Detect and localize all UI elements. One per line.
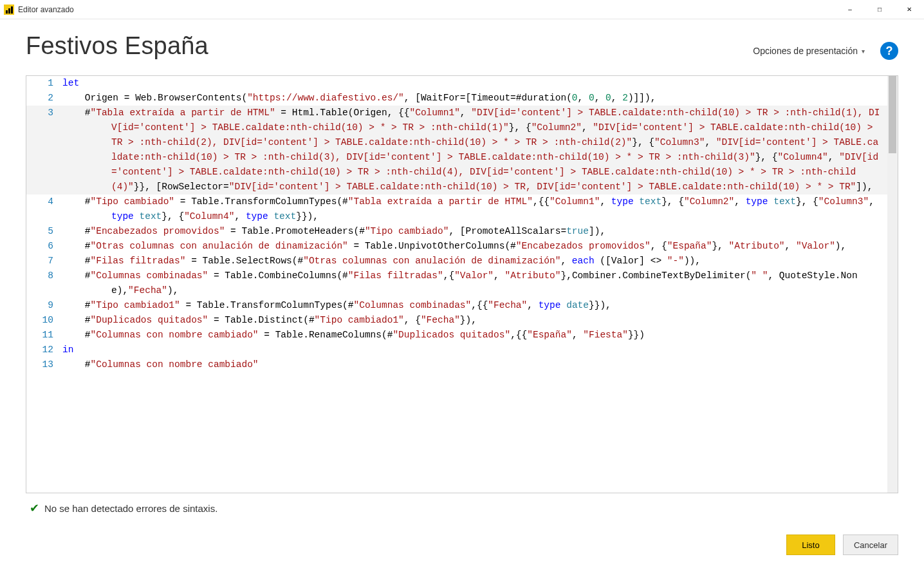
code-text: ,{{: [533, 196, 550, 207]
code-text: = Html.Table(Origen, {{: [275, 108, 410, 118]
line-number: 5: [26, 224, 62, 239]
code-text: )]]),: [628, 93, 656, 103]
code-line[interactable]: 11 #"Columnas con nombre cambiado" = Tab…: [26, 328, 898, 343]
done-button[interactable]: Listo: [786, 535, 835, 555]
code-text: }),: [460, 315, 477, 325]
code-line[interactable]: 1 let: [26, 76, 898, 91]
string: "Tipo cambiado": [91, 196, 175, 207]
help-icon[interactable]: ?: [880, 42, 898, 60]
code-line[interactable]: 5 #"Encabezados promovidos" = Table.Prom…: [26, 224, 898, 239]
code-text: ]),: [856, 182, 873, 192]
string: "España": [527, 330, 572, 340]
line-number: 7: [26, 254, 62, 269]
string: "Fecha": [488, 300, 527, 310]
code-text: }, {: [661, 196, 684, 207]
code-text: #: [62, 241, 91, 251]
string: "Columnas con nombre cambiado": [91, 359, 259, 370]
code-text: },Combiner.CombineTextByDelimiter(: [560, 270, 751, 281]
status-row: ✔ No se han detectado errores de sintaxi…: [26, 493, 898, 515]
code-text: ,: [578, 93, 589, 103]
keyword-type: type: [246, 211, 268, 222]
code-text: #: [62, 226, 91, 236]
line-number: 6: [26, 239, 62, 254]
string: "Fecha": [128, 285, 167, 296]
string: "Duplicados quitados": [91, 315, 208, 325]
code-text: ,: [460, 108, 471, 118]
string: "Duplicados quitados": [393, 330, 510, 340]
code-text: ([Valor] <>: [595, 256, 667, 266]
code-text: , {: [404, 315, 421, 325]
code-text: #: [62, 300, 91, 310]
content-area: Festivos España Opciones de presentación…: [0, 19, 924, 568]
type-name: text: [273, 211, 296, 222]
code-line[interactable]: 7 #"Filas filtradas" = Table.SelectRows(…: [26, 254, 898, 269]
string: "Tipo cambiado1": [315, 315, 404, 325]
line-number: 8: [26, 269, 62, 283]
type-name: date: [566, 300, 589, 310]
cancel-button[interactable]: Cancelar: [843, 535, 898, 555]
keyword-in: in: [62, 345, 73, 355]
line-number: 3: [26, 106, 62, 120]
scrollbar-thumb[interactable]: [889, 76, 896, 153]
code-text: }, {: [796, 196, 818, 207]
code-editor-content[interactable]: 1 let 2 Origen = Web.BrowserContents("ht…: [26, 76, 898, 493]
code-line-current[interactable]: 3 #"Tabla extraída a partir de HTML" = H…: [26, 106, 898, 194]
code-line[interactable]: 9 #"Tipo cambiado1" = Table.TransformCol…: [26, 298, 898, 313]
display-options-dropdown[interactable]: Opciones de presentación ▾: [753, 46, 865, 56]
string: "Otras columnas con anulación de dinamiz…: [303, 256, 560, 266]
code-text: }, {: [162, 211, 184, 222]
line-number: 12: [26, 343, 62, 357]
type-name: text: [773, 196, 796, 207]
code-line[interactable]: 2 Origen = Web.BrowserContents("https://…: [26, 91, 898, 106]
code-text: ,: [869, 196, 880, 207]
minimize-button[interactable]: –: [835, 0, 865, 19]
code-text: }}): [628, 330, 645, 340]
code-text: , {: [651, 241, 667, 251]
code-text: }, {: [509, 122, 531, 133]
code-text: = Table.Distinct(#: [208, 315, 314, 325]
button-row: Listo Cancelar: [26, 515, 898, 555]
line-number: 9: [26, 298, 62, 313]
string: "DIV[id='content'] > TABLE.caldate:nth-c…: [229, 182, 856, 192]
line-number: 1: [26, 76, 62, 91]
code-line[interactable]: 13 #"Columnas con nombre cambiado": [26, 357, 898, 372]
type-name: text: [639, 196, 661, 207]
code-text: )),: [684, 256, 701, 266]
code-line[interactable]: 10 #"Duplicados quitados" = Table.Distin…: [26, 313, 898, 328]
close-button[interactable]: ✕: [894, 0, 924, 19]
code-text: ,: [600, 196, 611, 207]
code-text: , [WaitFor=[Timeout=#duration(: [404, 93, 572, 103]
code-text: #: [62, 256, 91, 266]
code-text: }, {: [755, 152, 778, 162]
code-text: ,: [828, 152, 839, 162]
app-icon: [4, 5, 14, 15]
maximize-button[interactable]: □: [865, 0, 894, 19]
titlebar: Editor avanzado – □ ✕: [0, 0, 924, 19]
code-text: #: [62, 315, 91, 325]
string: "Atributo": [504, 270, 560, 281]
line-number: 2: [26, 91, 62, 106]
code-line[interactable]: 8 #"Columnas combinadas" = Table.Combine…: [26, 269, 898, 298]
status-message: No se han detectado errores de sintaxis.: [44, 503, 217, 514]
code-line[interactable]: 6 #"Otras columnas con anulación de dina…: [26, 239, 898, 254]
chevron-down-icon: ▾: [862, 48, 865, 55]
code-text: = Table.RenameColumns(#: [259, 330, 393, 340]
string: "https://www.diafestivo.es/": [247, 93, 404, 103]
keyword-let: let: [62, 78, 79, 88]
code-text: = Table.TransformColumnTypes(#: [174, 196, 348, 207]
code-text: ,{{: [510, 330, 527, 340]
scrollbar[interactable]: [887, 76, 898, 493]
code-editor[interactable]: 1 let 2 Origen = Web.BrowserContents("ht…: [26, 75, 898, 493]
type-name: text: [140, 211, 162, 222]
string: "Tipo cambiado": [365, 226, 449, 236]
code-text: ,: [527, 300, 538, 310]
line-number: 4: [26, 194, 62, 209]
string: "Columnas con nombre cambiado": [91, 330, 259, 340]
code-text: ,: [611, 93, 622, 103]
code-line[interactable]: 12 in: [26, 343, 898, 357]
code-line[interactable]: 4 #"Tipo cambiado" = Table.TransformColu…: [26, 194, 898, 224]
line-number: 10: [26, 313, 62, 328]
code-text: = Table.UnpivotOtherColumns(#: [348, 241, 516, 251]
string: "Fecha": [421, 315, 460, 325]
code-text: ,: [595, 93, 605, 103]
